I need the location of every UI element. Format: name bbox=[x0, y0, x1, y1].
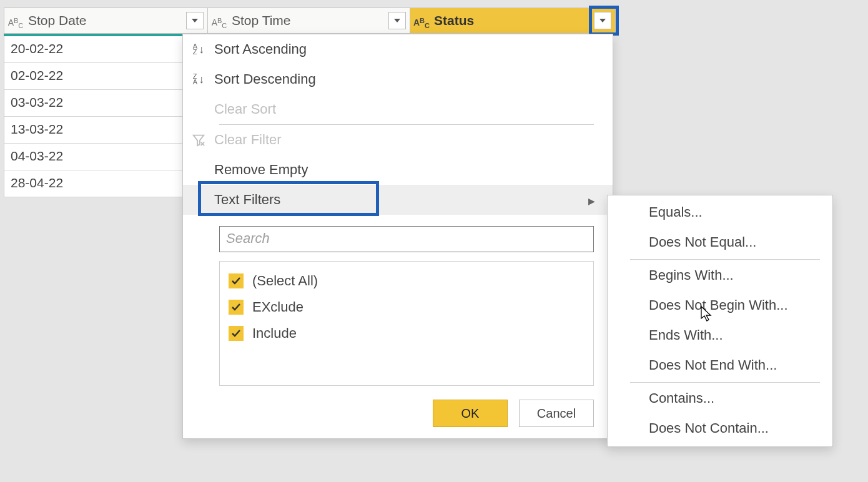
checkbox-checked-icon[interactable] bbox=[229, 300, 244, 315]
column-title: Stop Time bbox=[230, 13, 388, 28]
menu-item-clear-sort: Clear Sort bbox=[183, 94, 613, 124]
table-cell[interactable]: 28-04-22 bbox=[4, 170, 208, 197]
dialog-button-row: OK Cancel bbox=[183, 391, 613, 433]
filter-value-item[interactable]: EXclude bbox=[229, 294, 584, 320]
table-cell[interactable]: 04-03-22 bbox=[4, 144, 208, 170]
mouse-cursor-icon bbox=[701, 306, 713, 322]
column-title: Status bbox=[433, 13, 594, 28]
filter-value-item[interactable]: (Select All) bbox=[229, 268, 584, 294]
sort-ascending-icon: AZ ↓ bbox=[183, 43, 214, 56]
sort-descending-icon: ZA ↓ bbox=[183, 73, 214, 86]
submenu-item-does-not-equal[interactable]: Does Not Equal... bbox=[608, 228, 832, 258]
table-cell[interactable]: 02-02-22 bbox=[4, 63, 208, 90]
chevron-down-icon bbox=[192, 17, 198, 24]
submenu-arrow-icon: ▶ bbox=[588, 196, 595, 206]
table-cell[interactable]: 03-03-22 bbox=[4, 90, 208, 117]
ok-button[interactable]: OK bbox=[433, 400, 508, 427]
menu-separator bbox=[630, 259, 820, 260]
filter-values-list: (Select All) EXclude Include bbox=[219, 261, 594, 386]
menu-item-text-filters[interactable]: Text Filters ▶ bbox=[183, 185, 613, 215]
filter-value-item[interactable]: Include bbox=[229, 320, 584, 347]
menu-separator bbox=[630, 382, 820, 383]
checkbox-checked-icon[interactable] bbox=[229, 273, 244, 288]
submenu-item-does-not-end-with[interactable]: Does Not End With... bbox=[608, 351, 832, 381]
column-filter-menu: AZ ↓ Sort Ascending ZA ↓ Sort Descending… bbox=[182, 34, 613, 439]
checkbox-checked-icon[interactable] bbox=[229, 326, 244, 341]
data-cells-stop-date: 20-02-22 02-02-22 03-03-22 13-03-22 04-0… bbox=[4, 36, 208, 197]
chevron-down-icon bbox=[599, 17, 606, 24]
menu-item-sort-ascending[interactable]: AZ ↓ Sort Ascending bbox=[183, 34, 613, 64]
submenu-item-equals[interactable]: Equals... bbox=[608, 198, 832, 228]
clear-filter-icon bbox=[183, 133, 214, 147]
filter-value-label: Include bbox=[252, 325, 297, 342]
column-header-stop-date[interactable]: ABC Stop Date bbox=[4, 7, 208, 34]
submenu-item-does-not-contain[interactable]: Does Not Contain... bbox=[608, 414, 832, 444]
table-cell[interactable]: 13-03-22 bbox=[4, 117, 208, 144]
text-type-icon: ABC bbox=[410, 14, 433, 27]
column-header-row: ABC Stop Date ABC Stop Time ABC Status bbox=[4, 7, 616, 34]
chevron-down-icon bbox=[394, 17, 400, 24]
filter-search-input[interactable]: Search bbox=[219, 226, 594, 252]
column-filter-dropdown-button[interactable] bbox=[186, 12, 204, 29]
column-header-stop-time[interactable]: ABC Stop Time bbox=[208, 7, 410, 34]
column-filter-dropdown-button[interactable] bbox=[594, 12, 611, 29]
submenu-item-contains[interactable]: Contains... bbox=[608, 384, 832, 414]
text-filters-submenu: Equals... Does Not Equal... Begins With.… bbox=[607, 195, 833, 447]
column-title: Stop Date bbox=[27, 13, 186, 28]
submenu-item-ends-with[interactable]: Ends With... bbox=[608, 321, 832, 351]
menu-item-clear-filter: Clear Filter bbox=[183, 125, 613, 155]
table-cell[interactable]: 20-02-22 bbox=[4, 36, 208, 63]
text-type-icon: ABC bbox=[208, 14, 230, 27]
filter-value-label: EXclude bbox=[252, 299, 303, 315]
submenu-item-does-not-begin-with[interactable]: Does Not Begin With... bbox=[608, 291, 832, 321]
filter-value-label: (Select All) bbox=[252, 273, 318, 289]
submenu-item-begins-with[interactable]: Begins With... bbox=[608, 261, 832, 291]
cancel-button[interactable]: Cancel bbox=[519, 400, 594, 427]
text-type-icon: ABC bbox=[4, 14, 27, 27]
menu-item-sort-descending[interactable]: ZA ↓ Sort Descending bbox=[183, 64, 613, 94]
column-filter-dropdown-button[interactable] bbox=[388, 12, 406, 29]
menu-item-remove-empty[interactable]: Remove Empty bbox=[183, 155, 613, 185]
column-header-status[interactable]: ABC Status bbox=[410, 7, 616, 34]
